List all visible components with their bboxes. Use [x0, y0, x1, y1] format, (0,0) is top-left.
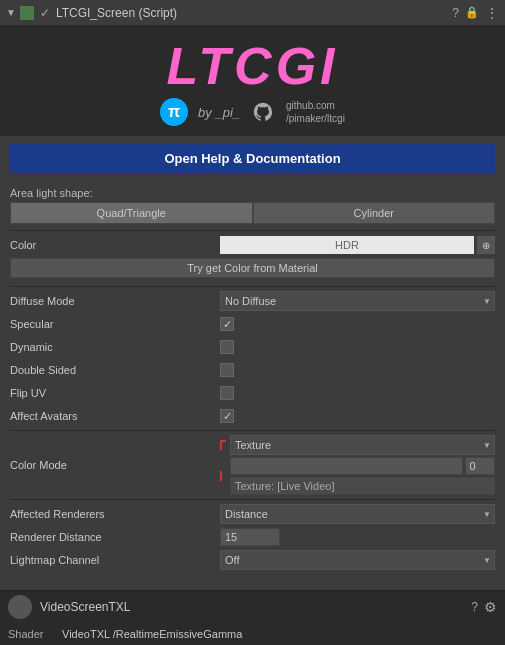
github-icon[interactable] [250, 99, 276, 125]
texture-index-number[interactable] [465, 457, 495, 475]
affected-renderers-dropdown[interactable]: Distance [220, 504, 495, 524]
bottom-settings-icon[interactable]: ⚙ [484, 599, 497, 615]
texture-index-inner: Texture: [Live Video] [230, 457, 495, 495]
specular-label: Specular [10, 318, 220, 330]
lightmap-channel-row: Lightmap Channel Off [10, 550, 495, 570]
flip-uv-row: Flip UV [10, 383, 495, 403]
shader-value: VideoTXL /RealtimeEmissiveGamma [62, 628, 242, 640]
cylinder-button[interactable]: Cylinder [253, 202, 496, 224]
renderer-distance-label: Renderer Distance [10, 531, 220, 543]
bottom-bar-bottom: Shader VideoTXL /RealtimeEmissiveGamma [0, 623, 505, 645]
logo-area: LTCGI π by _pi_ github.com /pimaker/ltcg… [0, 26, 505, 136]
diffuse-mode-dropdown[interactable]: No Diffuse [220, 291, 495, 311]
color-input-group: HDR ⊕ [220, 236, 495, 254]
divider-3 [10, 430, 495, 431]
renderer-distance-input[interactable] [220, 528, 280, 546]
pi-icon: π [160, 98, 188, 126]
divider-4 [10, 499, 495, 500]
color-picker-button[interactable]: ⊕ [477, 236, 495, 254]
script-icon [20, 6, 34, 20]
dynamic-label: Dynamic [10, 341, 220, 353]
affect-avatars-row: Affect Avatars [10, 406, 495, 426]
title-bar-left: ▼ ✓ LTCGI_Screen (Script) [6, 6, 452, 20]
texture-index-slider-row [230, 457, 495, 475]
color-mode-dropdown[interactable]: Texture [230, 435, 495, 455]
object-avatar [8, 595, 32, 619]
lightmap-channel-dropdown[interactable]: Off [220, 550, 495, 570]
lightmap-channel-label: Lightmap Channel [10, 554, 220, 566]
color-hdr-field[interactable]: HDR [220, 236, 474, 254]
affected-renderers-row: Affected Renderers Distance [10, 504, 495, 524]
help-documentation-button[interactable]: Open Help & Documentation [10, 144, 495, 173]
help-icon[interactable]: ? [452, 6, 459, 20]
area-light-shape-label: Area light shape: [10, 187, 495, 199]
dynamic-checkbox[interactable] [220, 340, 234, 354]
color-row: Color HDR ⊕ [10, 235, 495, 255]
bottom-bar-top: VideoScreenTXL ? ⚙ [0, 591, 505, 623]
color-mode-texture-group: Texture Texture: [Live Video] [220, 435, 495, 495]
title-bar: ▼ ✓ LTCGI_Screen (Script) ? 🔒 ⋮ [0, 0, 505, 26]
renderer-distance-row: Renderer Distance [10, 527, 495, 547]
divider-1 [10, 230, 495, 231]
diffuse-mode-row: Diffuse Mode No Diffuse [10, 291, 495, 311]
bracket-bottom [220, 471, 226, 481]
diffuse-mode-dropdown-wrap: No Diffuse [220, 291, 495, 311]
texture-index-slider[interactable] [230, 457, 463, 475]
divider-2 [10, 286, 495, 287]
title-text: LTCGI_Screen (Script) [56, 6, 177, 20]
color-mode-row: Color Mode Texture [10, 435, 495, 495]
dynamic-row: Dynamic [10, 337, 495, 357]
logo-byline: π by _pi_ github.com /pimaker/ltcgi [160, 98, 345, 126]
texture-index-row: Texture: [Live Video] [220, 457, 495, 495]
bottom-help-icon[interactable]: ? [471, 600, 478, 614]
double-sided-label: Double Sided [10, 364, 220, 376]
color-mode-label: Color Mode [10, 459, 220, 471]
quad-triangle-button[interactable]: Quad/Triangle [10, 202, 253, 224]
expand-icon[interactable]: ▼ [6, 7, 16, 18]
color-mode-dropdown-row: Texture [220, 435, 495, 455]
color-mode-dropdown-wrap: Texture [230, 435, 495, 455]
kebab-icon[interactable]: ⋮ [485, 5, 499, 21]
title-bar-icons: ? 🔒 ⋮ [452, 5, 499, 21]
texture-group-inner: Texture Texture: [Live Video] [220, 435, 495, 495]
byline-text: by _pi_ [198, 105, 240, 120]
double-sided-checkbox[interactable] [220, 363, 234, 377]
flip-uv-checkbox[interactable] [220, 386, 234, 400]
specular-row: Specular [10, 314, 495, 334]
object-name: VideoScreenTXL [40, 600, 463, 614]
github-text: github.com /pimaker/ltcgi [286, 99, 345, 125]
double-sided-row: Double Sided [10, 360, 495, 380]
diffuse-mode-label: Diffuse Mode [10, 295, 220, 307]
affected-renderers-dropdown-wrap: Distance [220, 504, 495, 524]
main-content: Area light shape: Quad/Triangle Cylinder… [0, 181, 505, 579]
flip-uv-label: Flip UV [10, 387, 220, 399]
color-label: Color [10, 239, 220, 251]
bottom-bar: VideoScreenTXL ? ⚙ Shader VideoTXL /Real… [0, 590, 505, 645]
logo-text: LTCGI [166, 40, 338, 92]
area-light-shape-group: Quad/Triangle Cylinder [10, 202, 495, 224]
affect-avatars-checkbox[interactable] [220, 409, 234, 423]
lightmap-channel-dropdown-wrap: Off [220, 550, 495, 570]
checkbox-enabled[interactable]: ✓ [40, 6, 50, 20]
bottom-bar-icons: ? ⚙ [471, 599, 497, 615]
texture-live-video-label: Texture: [Live Video] [230, 477, 495, 495]
shader-label: Shader [8, 628, 58, 640]
affect-avatars-label: Affect Avatars [10, 410, 220, 422]
specular-checkbox[interactable] [220, 317, 234, 331]
affected-renderers-label: Affected Renderers [10, 508, 220, 520]
bracket-top [220, 440, 226, 450]
lock-icon[interactable]: 🔒 [465, 6, 479, 19]
get-color-button[interactable]: Try get Color from Material [10, 258, 495, 278]
